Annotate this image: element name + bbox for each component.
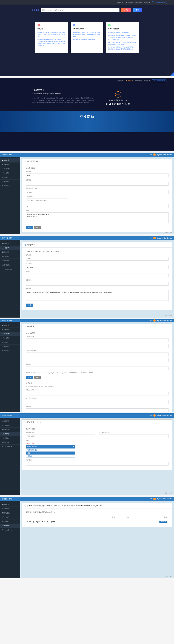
sidebar-item-token[interactable]: ★ 一键发币 — [0, 328, 20, 332]
nav-link[interactable]: MANGO介绍 — [125, 80, 133, 82]
sidebar-item-airdrop[interactable]: ☰ 自动空投 — [0, 511, 20, 515]
sidebar-item-airdrop[interactable]: ☰ 自动空投 — [0, 167, 20, 171]
avatar-icon[interactable] — [153, 319, 156, 322]
sidebar-item-page[interactable]: ● 修改页面 — [0, 158, 20, 162]
save-button[interactable]: 保存 — [26, 226, 33, 229]
sidebar-item-token[interactable]: ★ 一键发币 — [0, 162, 20, 167]
extra-input[interactable] — [26, 358, 169, 362]
extra-input[interactable] — [26, 344, 169, 348]
username: System Administrator — [157, 320, 172, 322]
sidebar-item-flow[interactable]: ▪ 流动记录 — [0, 340, 20, 344]
project-desc-textarea[interactable]: Mango（Codename：（RECUSA）is a stablecoin o… — [26, 290, 169, 301]
avatar-icon[interactable] — [153, 414, 156, 417]
sidebar-item-airdrop[interactable]: ☰ 自动空投 — [0, 332, 20, 336]
sidebar-item-page[interactable]: ● 修改页面 — [0, 502, 20, 507]
token-name-input[interactable] — [26, 257, 169, 260]
partner-link[interactable]: 合作方（点击） — [26, 442, 75, 444]
sidebar-item-users[interactable]: ▪ 用户管理 — [0, 254, 20, 259]
remark-input[interactable] — [26, 366, 169, 370]
paw-icon — [24, 160, 26, 162]
sidebar-item-page[interactable]: ● 修改页面 — [0, 323, 20, 328]
mail-icon[interactable]: ✉ — [151, 237, 152, 239]
title-input[interactable] — [26, 182, 169, 186]
sidebar-item-users[interactable]: ▪ 用户管理 — [0, 336, 20, 340]
role-option[interactable]: 管理员 — [26, 454, 75, 458]
mail-icon[interactable]: ✉ — [151, 414, 152, 416]
sidebar-item-auth[interactable]: ▤ 授权地址 — [0, 524, 20, 528]
sidebar-item-token[interactable]: ★ 一键发币 — [0, 246, 20, 250]
sidebar-item-users[interactable]: ▪ 用户管理 — [0, 171, 20, 175]
reset-button[interactable]: 重设 — [34, 376, 41, 379]
nav-link[interactable]: 最新统计 — [144, 2, 150, 4]
avatar-icon[interactable] — [153, 237, 156, 239]
connect-wallet-button[interactable]: 输入您的钱包地址 — [152, 1, 167, 4]
admin-header: 自动空投-管理 ✉System Administrator — [0, 152, 174, 157]
sidebar-item-airdrop[interactable]: ☰ 自动空投 — [0, 428, 20, 432]
query-button[interactable]: 查询 — [133, 8, 142, 12]
sidebar-item-airdrop[interactable]: ☰ 自动空投 — [0, 250, 20, 254]
exchange-qty-input[interactable] — [26, 392, 169, 396]
mail-icon[interactable]: ✉ — [151, 154, 152, 156]
greeting-input[interactable] — [26, 408, 169, 412]
sidebar-item-auth[interactable]: ▤ 授权地址 — [0, 440, 20, 444]
sidebar-item-trx[interactable]: ✎ TRX自动Gas — [0, 528, 20, 532]
role-select[interactable]: 请选择操作身份▾ — [26, 445, 75, 448]
issuer-input[interactable] — [26, 274, 169, 277]
user-addr-input[interactable] — [26, 434, 95, 438]
sidebar-item-flow[interactable]: ▪ 流动记录 — [0, 175, 20, 180]
num-input[interactable] — [26, 204, 169, 208]
sidebar-item-flow[interactable]: ▪ 流动记录 — [0, 520, 20, 524]
sidebar-item-users[interactable]: ▪ 用户管理 — [0, 432, 20, 436]
sidebar-item-auth[interactable]: ▤ 授权地址 — [0, 263, 20, 267]
sidebar-item-token[interactable]: ★ 一键发币 — [0, 507, 20, 511]
sidebar-item-users[interactable]: ▪ 用户管理 — [0, 515, 20, 520]
nav-link[interactable]: 合约首页 — [117, 80, 123, 82]
corner-badge-icon[interactable] — [170, 72, 174, 76]
remark-input[interactable] — [26, 462, 169, 466]
per-addr-input[interactable] — [26, 400, 169, 404]
sidebar-item-auth[interactable]: ▤ 授权地址 — [0, 344, 20, 349]
sidebar-item-token[interactable]: ★ 一键发币 — [0, 423, 20, 428]
nav-link[interactable]: 合约首页 — [117, 2, 123, 4]
sidebar-item-flow[interactable]: ▪ 流动记录 — [0, 259, 20, 263]
airdrop-qty-input[interactable] — [26, 338, 169, 342]
mail-icon[interactable]: ✉ — [151, 320, 152, 322]
role-option[interactable]: 老板 — [26, 452, 75, 454]
role-option[interactable]: 请选取操作身份 — [26, 448, 75, 452]
mail-icon[interactable]: ✉ — [151, 498, 152, 500]
create-token-button[interactable]: 发币 — [26, 304, 33, 307]
card-text: 点击空投按钮Waves钱包获取，只需将1TRX钱包导出合约等待点击，将得到约等规… — [108, 34, 136, 40]
nav-link[interactable]: 最新统计 — [144, 80, 150, 82]
nav-link[interactable]: TOKEN信息 — [135, 2, 143, 4]
sidebar-item-trx[interactable]: ✎ TRX自动Gas — [0, 444, 20, 449]
search-bar: TRX登录 示范 查询 — [0, 5, 174, 15]
avatar-icon[interactable] — [153, 154, 156, 156]
sidebar-item-trx[interactable]: ✎ TRX自动Gas — [0, 349, 20, 353]
transfer-button[interactable]: 转出金额 — [159, 521, 167, 523]
intro-textarea[interactable]: 新加入项目请点...Mango项目...com 新加入或首加入 — [26, 212, 169, 223]
airdrop-amount-input[interactable] — [26, 190, 169, 194]
demo-button[interactable]: 示范 — [121, 8, 131, 12]
token-balance-input[interactable] — [26, 265, 169, 269]
nav-link[interactable]: TOKEN信息 — [135, 80, 143, 82]
reset-button[interactable]: 重设 — [34, 226, 41, 229]
sidebar-item-auth[interactable]: ▤ 授权地址 — [0, 180, 20, 184]
avatar-icon[interactable] — [153, 498, 156, 500]
page-name-input[interactable] — [26, 174, 169, 177]
sidebar-item-trx[interactable]: ✎ TRX自动Gas — [0, 267, 20, 272]
sidebar-item-page[interactable]: ● 修改页面 — [0, 419, 20, 423]
search-input[interactable] — [41, 8, 119, 12]
date-input[interactable] — [26, 198, 68, 202]
sidebar-item-page[interactable]: ● 修改页面 — [0, 242, 20, 246]
token-addr-input[interactable] — [26, 352, 169, 356]
sidebar-item-trx[interactable]: ✎ TRX自动Gas — [0, 184, 20, 188]
nav-link[interactable]: MANGO介绍 — [125, 2, 133, 4]
project-url-input[interactable] — [26, 282, 169, 286]
section-label: 输入界面设定 — [26, 167, 169, 169]
connect-wallet-button[interactable]: 输入您的钱包地址 — [152, 79, 167, 82]
sidebar-item-flow[interactable]: ▪ 流动记录 — [0, 436, 20, 440]
address-cell: TWkPobQo5wKj1hhNkfTe87mAXsXsjQ7PGp — [26, 520, 111, 524]
recharge-addr-input[interactable] — [99, 434, 169, 438]
save-button[interactable]: 保存 — [26, 376, 33, 379]
field-label: 简介 — [26, 210, 169, 212]
